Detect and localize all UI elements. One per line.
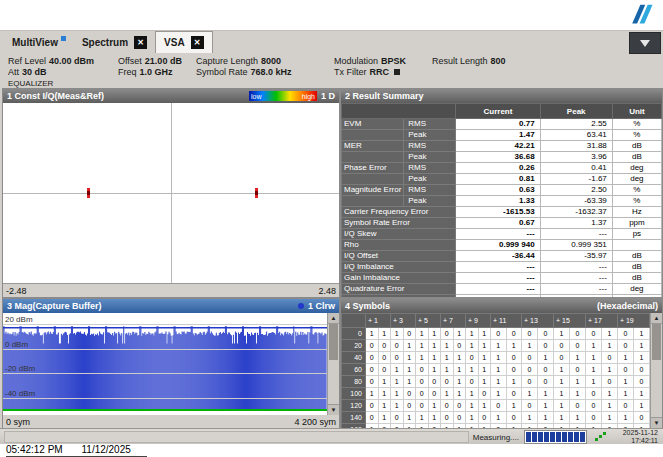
symbol-cell: 1 xyxy=(538,388,554,400)
setting-symbol-rate[interactable]: Symbol Rate768.0 kHz xyxy=(196,67,334,78)
scroll-down-icon[interactable]: ▼ xyxy=(328,404,339,415)
symbol-cell: 1 xyxy=(453,328,466,340)
symbol-cell: 1 xyxy=(466,388,479,400)
scroll-down-icon[interactable]: ▼ xyxy=(651,417,662,428)
symbol-cell: 1 xyxy=(538,400,554,412)
symbol-row: 6000110111111000101100 xyxy=(342,364,650,376)
result-summary-window-header[interactable]: 2 Result Summary xyxy=(341,89,662,103)
setting-modulation[interactable]: ModulationBPSK xyxy=(334,56,432,67)
symbol-cell: 1 xyxy=(416,328,429,340)
grid-line xyxy=(3,373,327,374)
symbols-scrollbar[interactable]: ▲ ▼ xyxy=(650,313,662,428)
symbol-cell: 1 xyxy=(491,364,507,376)
scroll-up-icon[interactable]: ▲ xyxy=(651,313,662,324)
constellation-plot[interactable] xyxy=(3,103,339,284)
setting-result-length[interactable]: Result Length800 xyxy=(432,56,562,67)
symbols-scroll-thumb[interactable] xyxy=(652,324,661,360)
symbol-cell: 0 xyxy=(585,400,601,412)
os-taskbar: 05:42:12 PM 11/12/2025 xyxy=(0,444,663,457)
result-peak: 0.999 351 xyxy=(540,240,612,251)
symbol-cell: 1 xyxy=(522,340,538,352)
symbol-cell: 0 xyxy=(522,400,538,412)
result-row: Quadrature Error------deg xyxy=(342,284,662,295)
setting-label: Ref Level xyxy=(8,56,46,66)
tab-multiview[interactable]: MultiView xyxy=(4,32,74,53)
sequencer-menu-button[interactable] xyxy=(629,32,661,54)
result-current: 36.68 xyxy=(456,152,540,163)
y-axis-label: -40 dBm xyxy=(5,389,35,398)
close-vsa-tab-icon[interactable]: ✕ xyxy=(191,36,204,49)
symbol-cell: 1 xyxy=(403,364,416,376)
result-current: 1.47 xyxy=(456,130,540,141)
symbol-col-header: + 11 xyxy=(491,314,522,328)
progress-segment xyxy=(556,432,561,442)
const-iq-window[interactable]: 1 Const I/Q(Meas&Ref) low high 1 D -2.48… xyxy=(2,88,340,298)
result-current: 0.67 xyxy=(456,218,540,229)
symbol-cell: 0 xyxy=(569,340,585,352)
mag-capture-window[interactable]: 3 Mag(Capture Buffer) 1 Clrw 20 dBm0 dBm… xyxy=(2,298,340,429)
mag-capture-window-header[interactable]: 3 Mag(Capture Buffer) 1 Clrw xyxy=(3,299,339,313)
mag-scroll-thumb[interactable] xyxy=(329,324,338,360)
symbol-col-header: + 7 xyxy=(441,314,466,328)
result-summary-window[interactable]: 2 Result Summary Current Peak Unit EVMRM… xyxy=(340,88,663,298)
network-status-icon xyxy=(595,438,598,441)
symbol-cell: 0 xyxy=(538,340,554,352)
symbol-cell: 0 xyxy=(538,376,554,388)
tab-vsa[interactable]: VSA ✕ xyxy=(155,31,213,53)
result-row: Magnitude ErrorRMS0.632.50% xyxy=(342,185,662,196)
setting-offset[interactable]: Offset21.00 dB xyxy=(118,56,196,67)
result-label-header xyxy=(342,104,456,119)
setting-ref-level[interactable]: Ref Level40.00 dBm xyxy=(8,56,118,67)
symbol-cell: 1 xyxy=(601,400,617,412)
mag-plot-area: 20 dBm0 dBm-20 dBm-40 dBm ▲ ▼ xyxy=(3,313,339,415)
symbol-cell: 0 xyxy=(366,412,379,424)
result-unit: % xyxy=(612,185,661,196)
symbol-cell: 0 xyxy=(569,400,585,412)
progress-segment xyxy=(562,432,567,442)
result-unit: % xyxy=(612,119,661,130)
symbol-cell: 1 xyxy=(403,376,416,388)
symbols-window-header[interactable]: 4 Symbols (Hexadecimal) xyxy=(341,299,662,313)
setting-value: 768.0 kHz xyxy=(251,67,292,77)
result-peak: 0.41 xyxy=(540,163,612,174)
result-sub: RMS xyxy=(404,141,456,152)
result-unit: deg xyxy=(612,163,661,174)
mag-scrollbar[interactable]: ▲ ▼ xyxy=(327,313,339,415)
symbol-cell: 1 xyxy=(491,340,507,352)
result-unit: dB xyxy=(612,262,661,273)
const-iq-window-header[interactable]: 1 Const I/Q(Meas&Ref) low high 1 D xyxy=(3,89,339,103)
symbol-cell: 0 xyxy=(585,328,601,340)
close-spectrum-tab-icon[interactable]: ✕ xyxy=(134,36,147,49)
result-unit: Hz xyxy=(612,207,661,218)
setting-label: Tx Filter xyxy=(334,67,367,77)
symbol-cell: 1 xyxy=(378,388,391,400)
mag-plot[interactable]: 20 dBm0 dBm-20 dBm-40 dBm xyxy=(3,313,327,415)
result-summary-header-row: Current Peak Unit xyxy=(342,104,662,119)
symbol-cell: 1 xyxy=(633,340,649,352)
result-unit: dB xyxy=(612,251,661,262)
symbol-cell: 0 xyxy=(416,388,429,400)
y-axis-label: 20 dBm xyxy=(5,315,33,324)
equalizer-label[interactable]: EQUALIZER xyxy=(8,79,53,88)
scroll-up-icon[interactable]: ▲ xyxy=(328,313,339,324)
symbols-window[interactable]: 4 Symbols (Hexadecimal) + 1+ 3+ 5+ 7+ 9+… xyxy=(340,298,663,429)
setting-freq[interactable]: Freq1.0 GHz xyxy=(118,67,196,78)
symbol-cell: 1 xyxy=(428,400,441,412)
result-unit: % xyxy=(612,130,661,141)
setting-att[interactable]: Att30 dB xyxy=(8,67,118,78)
symbol-cell: 1 xyxy=(391,400,404,412)
symbol-cell: 0 xyxy=(391,412,404,424)
setting-tx-filter[interactable]: Tx FilterRRC xyxy=(334,67,432,78)
setting-value: BPSK xyxy=(381,56,406,66)
result-peak: --- xyxy=(540,229,612,240)
symbol-cell: 0 xyxy=(585,388,601,400)
setting-capture-length[interactable]: Capture Length8000 xyxy=(196,56,334,67)
symbol-cell: 0 xyxy=(569,328,585,340)
symbol-col-header: + 19 xyxy=(617,314,649,328)
tab-spectrum[interactable]: Spectrum ✕ xyxy=(74,32,155,53)
symbol-col-header: + 1 xyxy=(366,314,391,328)
result-row: Carrier Frequency Error-1615.53-1632.37H… xyxy=(342,207,662,218)
symbol-cell: 1 xyxy=(366,388,379,400)
symbol-cell: 0 xyxy=(522,364,538,376)
result-peak: 31.88 xyxy=(540,141,612,152)
